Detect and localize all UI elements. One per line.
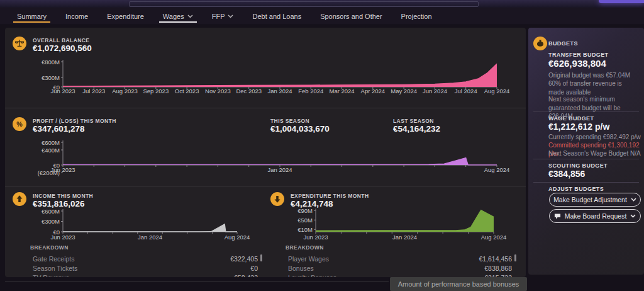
chevron-down-icon xyxy=(228,14,233,18)
last-season-label: LAST SEASON xyxy=(393,118,434,124)
svg-text:Jan 2024: Jan 2024 xyxy=(267,88,292,94)
svg-text:Jan 2024: Jan 2024 xyxy=(267,166,292,173)
breakdown-row: Player Wages€1,614,456 xyxy=(288,254,512,263)
tab-label: Debt and Loans xyxy=(252,13,301,20)
button-label: Make Board Request xyxy=(565,212,627,220)
row-value: €0 xyxy=(250,265,258,272)
income-scrollbar[interactable] xyxy=(260,254,262,261)
transfer-budget-note: 60% of transfer revenue is made availabl… xyxy=(548,79,639,96)
section-divider xyxy=(5,186,526,186)
row-value: €838,868 xyxy=(484,265,512,272)
row-label: Season Tickets xyxy=(33,265,77,272)
svg-text:May 2024: May 2024 xyxy=(391,88,417,94)
balance-scale-icon xyxy=(13,37,26,50)
svg-text:€800M: €800M xyxy=(42,59,60,66)
income-label: INCOME THIS MONTH xyxy=(33,193,93,199)
svg-text:Sep 2023: Sep 2023 xyxy=(143,88,169,94)
expenditure-chart: €10M€50M€90MJun 2023Jan 2024Aug 2024 xyxy=(289,207,526,246)
breakdown-row: Loyalty Bonuses€315,733 xyxy=(288,273,512,277)
tab-projection[interactable]: Projection xyxy=(395,8,438,25)
row-label: Loyalty Bonuses xyxy=(288,274,336,278)
breakdown-row: TV Revenue€58,433 xyxy=(33,273,258,277)
tab-label: FFP xyxy=(212,13,225,20)
moneybag-icon xyxy=(533,37,547,50)
svg-text:Feb 2024: Feb 2024 xyxy=(298,88,323,94)
svg-text:€600M: €600M xyxy=(42,139,60,146)
svg-text:Aug 2023: Aug 2023 xyxy=(112,88,138,94)
svg-text:Aug 2024: Aug 2024 xyxy=(484,166,510,173)
row-value: €322,405 xyxy=(230,255,258,263)
side-divider xyxy=(533,182,639,183)
svg-text:Dec 2023: Dec 2023 xyxy=(236,88,262,94)
expenditure-label: EXPENDITURE THIS MONTH xyxy=(291,193,369,199)
tab-expenditure[interactable]: Expenditure xyxy=(101,8,150,25)
this-season-value: €1,004,033,670 xyxy=(270,124,330,134)
svg-text:Jan 2024: Jan 2024 xyxy=(138,234,162,241)
expenditure-breakdown-list: Player Wages€1,614,456 Bonuses€838,868 L… xyxy=(288,254,512,277)
tab-debt-and-loans[interactable]: Debt and Loans xyxy=(246,8,308,25)
svg-text:€90M: €90M xyxy=(297,207,313,214)
svg-text:Oct 2023: Oct 2023 xyxy=(175,88,199,94)
arrow-down-icon xyxy=(270,192,284,206)
chevron-down-icon xyxy=(631,198,636,202)
svg-text:€10M: €10M xyxy=(297,226,313,233)
budgets-header: BUDGETS xyxy=(548,40,578,47)
percent-icon: % xyxy=(13,117,26,131)
svg-text:€300M: €300M xyxy=(42,218,60,225)
tab-summary[interactable]: Summary xyxy=(11,8,53,25)
tab-sponsors-and-other[interactable]: Sponsors and Other xyxy=(314,8,388,25)
row-label: Player Wages xyxy=(288,255,329,263)
adjust-budgets-label: ADJUST BUDGETS xyxy=(548,186,604,192)
breakdown-row: Season Tickets€0 xyxy=(33,263,258,273)
last-season-value: €54,164,232 xyxy=(393,124,440,134)
svg-text:Mar 2024: Mar 2024 xyxy=(330,88,355,94)
row-value: €58,433 xyxy=(234,274,258,278)
expenditure-breakdown-label: BREAKDOWN xyxy=(286,244,324,251)
finance-summary-panel: OVERALL BALANCE €1,072,690,560 €0€300M€8… xyxy=(5,28,526,277)
transfer-budget-label: TRANSFER BUDGET xyxy=(548,52,609,58)
window-top-bar xyxy=(0,0,644,8)
svg-text:Jun 2023: Jun 2023 xyxy=(50,88,75,94)
row-label: TV Revenue xyxy=(33,274,69,278)
tab-label: Wages xyxy=(163,13,184,20)
chevron-down-icon xyxy=(187,14,193,18)
svg-text:Jul 2023: Jul 2023 xyxy=(82,88,105,94)
overall-balance-chart: €0€300M€800MJun 2023Jul 2023Aug 2023Sep … xyxy=(24,55,526,100)
title-bar-search-box[interactable] xyxy=(129,1,479,7)
speech-bubble-icon xyxy=(554,213,561,220)
overall-balance-value: €1,072,690,560 xyxy=(33,43,92,53)
breakdown-row: Gate Receipts€322,405 xyxy=(33,254,258,263)
scouting-budget-label: SCOUTING BUDGET xyxy=(548,163,608,169)
expenditure-scrollbar[interactable] xyxy=(514,254,516,261)
wage-budget-label: WAGE BUDGET xyxy=(548,115,594,122)
income-chart: €0€300M€600MJun 2023Jan 2024Aug 2024 xyxy=(19,207,270,246)
svg-text:Jun 2023: Jun 2023 xyxy=(50,166,75,173)
tab-ffp[interactable]: FFP xyxy=(206,8,240,25)
tab-income[interactable]: Income xyxy=(59,8,94,25)
svg-text:Jul 2024: Jul 2024 xyxy=(455,88,477,94)
svg-text:Apr 2024: Apr 2024 xyxy=(361,88,386,94)
make-board-request-button[interactable]: Make Board Request xyxy=(549,209,641,223)
finances-nav: Summary Income Expenditure Wages FFP Deb… xyxy=(0,8,644,25)
wage-current-note: Currently spending €982,492 p/w xyxy=(548,133,643,142)
transfer-budget-value: €626,938,804 xyxy=(548,58,606,69)
svg-text:Aug 2024: Aug 2024 xyxy=(484,88,510,94)
make-budget-adjustment-button[interactable]: Make Budget Adjustment xyxy=(549,193,641,207)
tab-label: Expenditure xyxy=(107,13,144,20)
income-breakdown-label: BREAKDOWN xyxy=(30,244,69,251)
tab-label: Income xyxy=(65,13,88,20)
bonuses-tooltip: Amount of performance based bonuses xyxy=(390,277,527,291)
tab-label: Summary xyxy=(17,13,47,20)
section-divider xyxy=(5,108,526,108)
row-label: Bonuses xyxy=(288,265,314,272)
svg-text:%: % xyxy=(16,120,23,128)
svg-text:€400M: €400M xyxy=(42,147,60,154)
tab-wages[interactable]: Wages xyxy=(157,8,199,25)
wage-next-season-note: Next Season's Wage Budget N/A xyxy=(548,149,643,158)
wage-budget-value: €1,212,612 p/w xyxy=(548,122,609,132)
svg-text:Jun 2023: Jun 2023 xyxy=(50,234,75,241)
svg-text:Jun 2023: Jun 2023 xyxy=(303,234,328,241)
svg-text:Jun 2024: Jun 2024 xyxy=(423,88,447,94)
continue-button-glow[interactable] xyxy=(599,0,644,3)
svg-text:€300M: €300M xyxy=(42,74,60,81)
